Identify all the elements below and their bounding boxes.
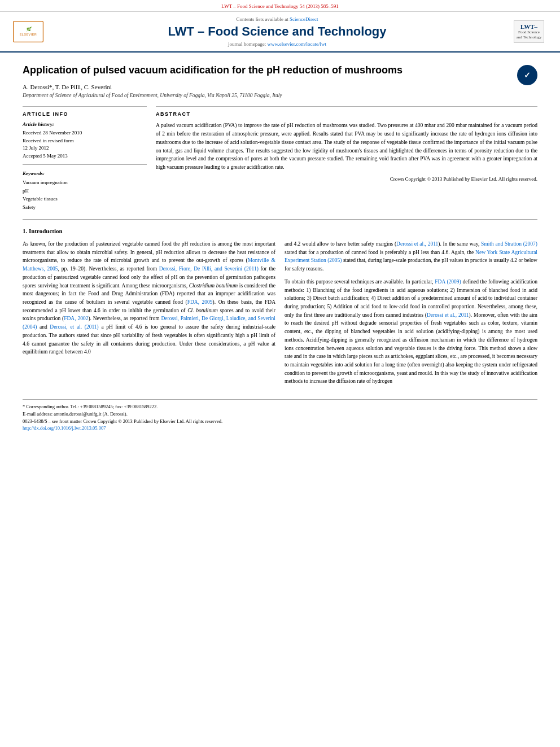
journal-citation-text: LWT – Food Science and Technology 54 (20…: [221, 3, 338, 9]
svg-text:✓: ✓: [524, 71, 531, 80]
lwt-logo-container: LWT– Food Scienceand Technology: [504, 16, 554, 47]
keyword-2: pH: [23, 187, 147, 195]
copyright-text: Crown Copyright © 2013 Published by Else…: [156, 176, 537, 182]
body-col-left: As known, for the production of pasteuri…: [23, 240, 275, 390]
crossmark-icon: ✓: [517, 65, 537, 85]
elsevier-logo-icon: 🌿 ELSEVIER: [8, 20, 48, 43]
svg-rect-0: [14, 21, 43, 42]
title-area: ✓ Application of pulsed vacuum acidifica…: [23, 64, 537, 77]
homepage-label: journal homepage:: [228, 41, 266, 47]
ref-derossi2011d[interactable]: Derossi et al., 2011: [427, 312, 469, 318]
ref-smith2007[interactable]: Smith and Stratton (2007): [481, 241, 537, 247]
lwt-logo-title: LWT–: [517, 23, 542, 30]
elsevier-logo-container: 🌿 ELSEVIER: [6, 16, 51, 47]
journal-title-header: LWT – Food Science and Technology: [56, 24, 498, 39]
ref-fda2002[interactable]: FDA, 2002: [64, 316, 88, 321]
corresponding-author-note: * Corresponding author. Tel.: +39 088158…: [23, 403, 537, 410]
received-revised-label: Received in revised form: [23, 137, 147, 145]
doi-line: http://dx.doi.org/10.1016/j.lwt.2013.05.…: [23, 425, 537, 432]
ref-nystation[interactable]: New York State Agricultural Experiment S…: [285, 250, 537, 264]
issn-line: 0023-6438/$ – see front matter Crown Cop…: [23, 418, 537, 425]
doi-link[interactable]: http://dx.doi.org/10.1016/j.lwt.2013.05.…: [23, 425, 106, 431]
intro-para-right-1: and 4.2 would allow to have better safet…: [285, 240, 537, 273]
article-title: Application of pulsed vacuum acidificati…: [23, 64, 537, 77]
lwt-logo-box: LWT– Food Scienceand Technology: [514, 20, 545, 43]
info-divider: [23, 164, 147, 165]
abstract-label: ABSTRACT: [156, 111, 537, 117]
article-info-column: ARTICLE INFO Article history: Received 2…: [23, 106, 147, 211]
intro-para-left: As known, for the production of pasteuri…: [23, 240, 275, 356]
intro-para-right-2: To obtain this purpose several technique…: [285, 278, 537, 386]
ref-derossi2011[interactable]: Derossi, Fiore, De Pilli, and Severini (…: [159, 266, 259, 272]
accepted-date: Accepted 5 May 2013: [23, 152, 147, 160]
abstract-text: A pulsed vacuum acidification (PVA) to i…: [156, 121, 537, 171]
ref-fda2009b[interactable]: FDA (2009): [435, 279, 461, 285]
ref-derossi2011b[interactable]: Derossi, et al. (2011): [50, 324, 98, 330]
body-columns: As known, for the production of pasteuri…: [23, 240, 537, 390]
sciencedirect-link: Contents lists available at ScienceDirec…: [56, 16, 498, 22]
ref-derossi2011c[interactable]: Derossi et al., 2011: [396, 241, 438, 247]
svg-text:🌿: 🌿: [25, 27, 32, 32]
keyword-1: Vacuum impregnation: [23, 178, 147, 186]
svg-text:ELSEVIER: ELSEVIER: [20, 33, 37, 36]
lwt-logo-subtitle: Food Scienceand Technology: [517, 30, 542, 40]
ref-fda2009a[interactable]: FDA, 2009: [187, 299, 213, 305]
keywords-label: Keywords:: [23, 171, 147, 176]
article-authors: A. Derossi*, T. De Pilli, C. Severini: [23, 84, 537, 90]
contents-text: Contents lists available at: [237, 16, 288, 22]
keyword-3: Vegetable tissues: [23, 195, 147, 203]
email-note: E-mail address: antonio.derossi@unifg.it…: [23, 410, 537, 418]
body-col-right: and 4.2 would allow to have better safet…: [285, 240, 537, 390]
introduction-heading: 1. Introduction: [23, 228, 537, 234]
crossmark-badge: ✓: [517, 65, 537, 85]
homepage-url[interactable]: www.elsevier.com/locate/lwt: [268, 41, 326, 47]
revised-date: 12 July 2012: [23, 145, 147, 152]
issn-text: 0023-6438/$ – see front matter Crown Cop…: [23, 418, 222, 424]
journal-header: 🌿 ELSEVIER Contents lists available at S…: [0, 12, 560, 53]
journal-citation-bar: LWT – Food Science and Technology 54 (20…: [0, 0, 560, 12]
article-info-label: ARTICLE INFO: [23, 111, 147, 117]
keywords-list: Vacuum impregnation pH Vegetable tissues…: [23, 178, 147, 211]
paper-container: ✓ Application of pulsed vacuum acidifica…: [0, 53, 560, 443]
journal-homepage: journal homepage: www.elsevier.com/locat…: [56, 41, 498, 47]
sciencedirect-anchor[interactable]: ScienceDirect: [290, 16, 318, 22]
journal-header-center: Contents lists available at ScienceDirec…: [56, 16, 498, 47]
footnote-area: * Corresponding author. Tel.: +39 088158…: [23, 399, 537, 432]
article-affiliation: Department of Science of Agricultural of…: [23, 93, 537, 98]
history-label: Article history:: [23, 121, 147, 127]
abstract-column: ABSTRACT A pulsed vacuum acidification (…: [156, 106, 537, 211]
article-meta-section: ARTICLE INFO Article history: Received 2…: [23, 106, 537, 211]
received-date: Received 28 November 2010: [23, 129, 147, 137]
section-divider: [23, 219, 537, 220]
keyword-4: Safety: [23, 203, 147, 211]
